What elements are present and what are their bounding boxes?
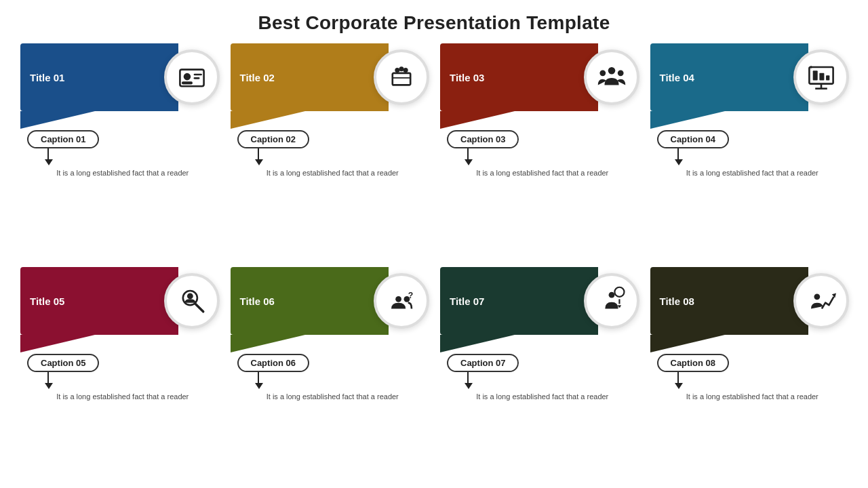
card-title-1: Title 01 [30, 72, 64, 83]
svg-point-24 [186, 293, 193, 300]
svg-point-13 [599, 70, 606, 76]
triangle-5 [20, 335, 95, 352]
caption-pill-6: Caption 06 [237, 354, 309, 372]
icon-circle-7 [584, 273, 639, 329]
card-title-6: Title 06 [240, 296, 275, 307]
connector-line-6 [258, 372, 259, 383]
icon-circle-5 [164, 273, 220, 329]
banner-wrap-7: Title 07 [440, 267, 638, 335]
arrow-down-4 [675, 159, 683, 165]
triangle-4 [650, 111, 725, 129]
arrow-down-2 [255, 159, 263, 165]
card-title-3: Title 03 [450, 72, 484, 83]
svg-point-7 [395, 68, 399, 73]
svg-point-14 [617, 70, 623, 76]
connector-line-8 [677, 372, 679, 383]
card-title-7: Title 07 [450, 296, 484, 307]
connector-line-5 [47, 372, 49, 383]
caption-pill-4: Caption 04 [657, 130, 729, 148]
svg-point-1 [183, 73, 191, 81]
connector-line-2 [258, 148, 259, 159]
banner-7: Title 07 [440, 267, 598, 335]
connector-5: Caption 05 [20, 354, 218, 389]
connector-line-3 [467, 148, 469, 159]
arrow-down-6 [255, 383, 263, 389]
arrow-down-3 [465, 159, 473, 165]
connector-line-1 [47, 148, 49, 159]
caption-pill-8: Caption 08 [657, 354, 729, 372]
caption-pill-3: Caption 03 [447, 130, 519, 148]
banner-1: Title 01 [20, 43, 178, 111]
triangle-7 [440, 335, 515, 352]
svg-point-29 [614, 287, 624, 297]
svg-rect-3 [193, 74, 201, 76]
banner-8: Title 08 [650, 267, 808, 335]
card-card-08: Title 08 Caption 08 It is a long establi… [650, 267, 848, 481]
connector-7: Caption 07 [440, 354, 638, 389]
svg-point-32 [814, 293, 820, 300]
card-card-06: Title 06 ? Caption 06 It is a long estab… [231, 267, 429, 481]
body-text-5: It is a long established fact that a rea… [20, 392, 218, 402]
caption-pill-2: Caption 02 [237, 130, 309, 148]
triangle-8 [650, 335, 725, 352]
svg-point-9 [399, 66, 403, 71]
svg-rect-20 [826, 75, 829, 80]
svg-rect-4 [193, 77, 199, 79]
card-title-4: Title 04 [660, 72, 694, 83]
svg-point-21 [810, 66, 812, 68]
banner-wrap-8: Title 08 [650, 267, 848, 335]
banner-3: Title 03 [440, 43, 598, 111]
caption-pill-5: Caption 05 [27, 354, 99, 372]
body-text-4: It is a long established fact that a rea… [650, 168, 848, 178]
icon-circle-2 [374, 49, 429, 105]
page-title: Best Corporate Presentation Template [258, 12, 610, 34]
arrow-down-8 [675, 383, 683, 389]
triangle-6 [231, 335, 305, 352]
caption-pill-7: Caption 07 [447, 354, 519, 372]
banner-wrap-5: Title 05 [20, 267, 218, 335]
svg-rect-2 [182, 81, 193, 84]
icon-circle-6: ? [374, 273, 429, 329]
icon-circle-1 [164, 49, 220, 105]
arrow-down-1 [45, 159, 53, 165]
banner-wrap-6: Title 06 ? [231, 267, 429, 335]
svg-point-25 [395, 296, 401, 302]
banner-4: Title 04 [650, 43, 808, 111]
cards-grid: Title 01 Caption 01 It is a long establi… [20, 43, 848, 481]
card-title-2: Title 02 [240, 72, 275, 83]
body-text-8: It is a long established fact that a rea… [650, 392, 848, 402]
svg-point-12 [608, 67, 615, 75]
svg-rect-19 [819, 73, 824, 81]
caption-pill-1: Caption 01 [27, 130, 99, 148]
card-card-07: Title 07 Caption 07 It is a long establi… [440, 267, 638, 481]
card-card-04: Title 04 Caption 04 It is a long establi… [650, 43, 848, 258]
banner-6: Title 06 [231, 267, 389, 335]
svg-marker-31 [617, 305, 620, 308]
arrow-down-7 [465, 383, 473, 389]
connector-2: Caption 02 [231, 130, 429, 165]
svg-point-8 [403, 68, 408, 73]
icon-circle-3 [584, 49, 639, 105]
body-text-1: It is a long established fact that a rea… [20, 168, 218, 178]
svg-text:?: ? [408, 291, 414, 300]
banner-wrap-4: Title 04 [650, 43, 848, 111]
svg-point-28 [608, 292, 614, 298]
connector-3: Caption 03 [440, 130, 638, 165]
card-card-02: Title 02 Caption 02 It is a long establi… [231, 43, 429, 258]
banner-5: Title 05 [20, 267, 178, 335]
card-title-8: Title 08 [660, 296, 694, 307]
body-text-7: It is a long established fact that a rea… [440, 392, 638, 402]
connector-8: Caption 08 [650, 354, 848, 389]
card-card-03: Title 03 Caption 03 It is a long establi… [440, 43, 638, 258]
body-text-3: It is a long established fact that a rea… [440, 168, 638, 178]
banner-wrap-3: Title 03 [440, 43, 638, 111]
arrow-down-5 [45, 383, 53, 389]
svg-line-23 [195, 304, 203, 311]
connector-line-4 [677, 148, 679, 159]
connector-1: Caption 01 [20, 130, 218, 165]
triangle-3 [440, 111, 515, 129]
svg-rect-5 [393, 73, 410, 85]
connector-6: Caption 06 [231, 354, 429, 389]
card-card-01: Title 01 Caption 01 It is a long establi… [20, 43, 218, 258]
connector-4: Caption 04 [650, 130, 848, 165]
